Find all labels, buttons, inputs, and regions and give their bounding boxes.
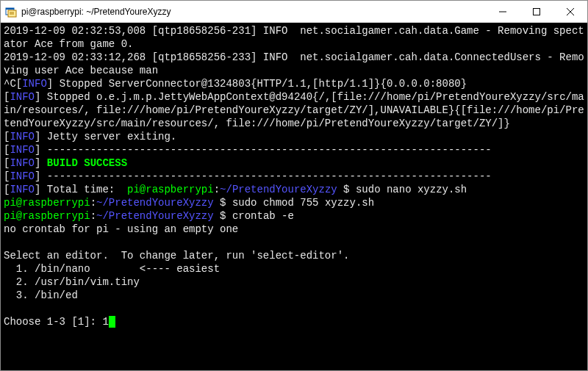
info-tag: INFO xyxy=(22,78,47,90)
editor-option-3: 3. /bin/ed xyxy=(4,289,78,301)
putty-icon xyxy=(5,6,17,18)
editor-option-1: 1. /bin/nano <---- easiest xyxy=(4,263,220,275)
prompt-path: ~/PretendYoureXyzzy xyxy=(220,184,337,195)
prompt-path: ~/PretendYoureXyzzy xyxy=(96,197,214,209)
bracket: ] xyxy=(35,170,47,182)
prompt-colon: : xyxy=(90,197,96,209)
info-tag: INFO xyxy=(10,144,35,156)
close-button[interactable] xyxy=(553,1,587,23)
prompt-user: pi@raspberrypi xyxy=(4,210,90,222)
maximize-button[interactable] xyxy=(520,1,553,23)
log-prefix: ^C[ xyxy=(4,78,22,90)
bracket: ] xyxy=(35,131,47,143)
prompt-colon: : xyxy=(90,210,96,222)
window-title: pi@raspberrypi: ~/PretendYoureXyzzy xyxy=(21,7,486,17)
terminal-output[interactable]: 2019-12-09 02:32:53,008 [qtp18658256-231… xyxy=(1,23,587,370)
svg-rect-6 xyxy=(534,9,540,15)
crontab-msg: no crontab for pi - using an empty one xyxy=(4,223,238,235)
cursor-block xyxy=(109,316,115,328)
command-text: crontab -e xyxy=(232,210,294,222)
window-controls xyxy=(486,1,587,22)
info-tag: INFO xyxy=(10,91,35,103)
log-line: Stopped o.e.j.m.p.JettyWebAppContext@d94… xyxy=(4,91,584,129)
info-tag: INFO xyxy=(10,170,35,182)
editor-option-2: 2. /usr/bin/vim.tiny xyxy=(4,276,140,288)
log-line: 2019-12-09 02:33:12,268 [qtp18658256-233… xyxy=(4,51,584,76)
bracket: ] xyxy=(35,144,47,156)
select-editor-msg: Select an editor. To change later, run '… xyxy=(4,250,349,262)
info-tag: INFO xyxy=(10,131,35,143)
command-text: sudo chmod 755 xyzzy.sh xyxy=(232,197,374,209)
log-line: Jetty server exiting. xyxy=(47,131,176,143)
minimize-button[interactable] xyxy=(486,1,520,23)
prompt-dollar: $ xyxy=(337,184,356,195)
bracket: ] xyxy=(35,157,47,169)
choose-prompt: Choose 1-3 [1]: xyxy=(4,316,102,328)
prompt-dollar: $ xyxy=(214,210,232,222)
prompt-colon: : xyxy=(214,184,220,195)
dashes: ----------------------------------------… xyxy=(47,170,492,182)
bracket: ] xyxy=(35,91,47,103)
log-line: ] Stopped ServerConnector@1324803{HTTP/1… xyxy=(47,78,467,90)
build-success: BUILD SUCCESS xyxy=(47,157,127,169)
prompt-path: ~/PretendYoureXyzzy xyxy=(96,210,214,222)
window-title-bar: pi@raspberrypi: ~/PretendYoureXyzzy xyxy=(1,1,587,23)
total-time: Total time: xyxy=(47,184,127,195)
bracket: ] xyxy=(35,184,47,195)
command-text: sudo nano xyzzy.sh xyxy=(356,184,467,195)
prompt-dollar: $ xyxy=(214,197,232,209)
choose-input[interactable]: 1 xyxy=(102,316,108,328)
log-line: 2019-12-09 02:32:53,008 [qtp18658256-231… xyxy=(4,25,584,50)
svg-rect-1 xyxy=(6,8,14,10)
info-tag: INFO xyxy=(10,184,35,195)
dashes: ----------------------------------------… xyxy=(47,144,492,156)
info-tag: INFO xyxy=(10,157,35,169)
prompt-user: pi@raspberrypi xyxy=(4,197,90,209)
prompt-user: pi@raspberrypi xyxy=(127,184,214,195)
